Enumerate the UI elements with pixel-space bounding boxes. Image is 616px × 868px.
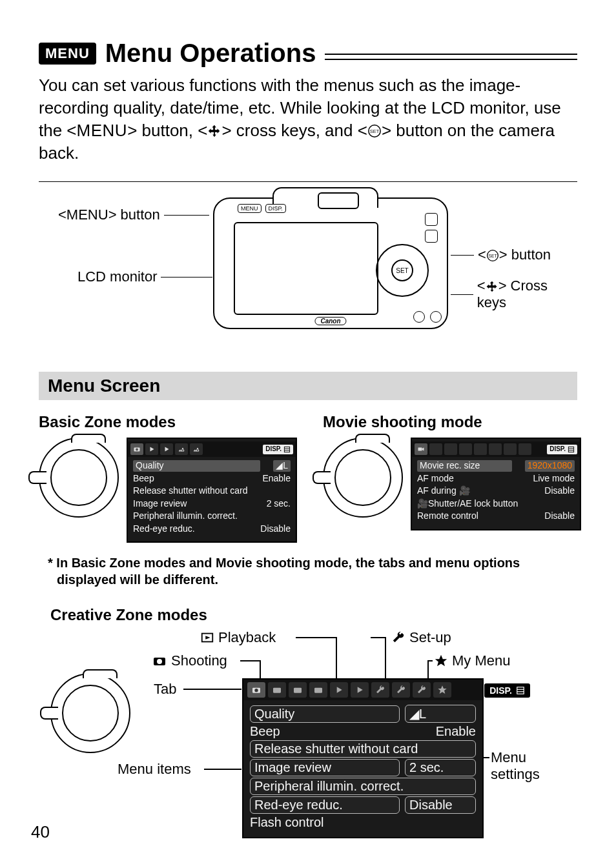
cross-keys-icon bbox=[486, 280, 498, 293]
menu-row: BeepEnable bbox=[133, 472, 291, 485]
svg-rect-8 bbox=[284, 447, 289, 452]
tab-setup2-icon bbox=[190, 443, 203, 455]
menu-row: Image review2 sec. bbox=[250, 758, 476, 777]
heading-title: Menu Operations bbox=[105, 39, 316, 68]
menu-row-key: Red-eye reduc. bbox=[250, 796, 400, 814]
tab-shooting-icon bbox=[130, 443, 143, 455]
menu-row: BeepEnable bbox=[250, 723, 476, 740]
menu-row-key: Image review bbox=[133, 498, 254, 510]
menu-row-key: Quality bbox=[133, 460, 260, 472]
menu-row-value: Disable bbox=[544, 510, 575, 522]
menu-row: Quality◢L bbox=[250, 704, 476, 723]
camera-back-outline: MENU DISP. SET Canon bbox=[213, 197, 448, 329]
svg-marker-17 bbox=[205, 636, 210, 640]
menu-row: Release shutter without card bbox=[133, 485, 291, 498]
svg-rect-25 bbox=[314, 688, 322, 693]
mode-dial-movie-icon bbox=[323, 438, 403, 518]
menu-row-key: AF during 🎥 bbox=[417, 485, 531, 497]
menu-mini-button-icon: MENU bbox=[238, 204, 262, 213]
menu-row-key: 🎥Shutter/AE lock button bbox=[417, 498, 575, 510]
callout-lcd: LCD monitor bbox=[77, 268, 212, 285]
tab-icon bbox=[474, 443, 487, 455]
top-left-buttons: MENU DISP. bbox=[238, 204, 286, 213]
menu-row: Movie rec. size1920x1080 bbox=[417, 459, 575, 472]
menu-row-value: Live mode bbox=[533, 473, 575, 485]
label-mymenu: My Menu bbox=[434, 652, 510, 669]
tab-setup-icon bbox=[175, 443, 188, 455]
menu-row-key: Beep bbox=[250, 724, 436, 739]
tab-icon bbox=[504, 443, 517, 455]
menu-row: Release shutter without card bbox=[250, 740, 476, 758]
tab-icon bbox=[489, 443, 502, 455]
set-icon: SET bbox=[367, 124, 382, 138]
svg-rect-23 bbox=[273, 688, 281, 693]
wrench-icon bbox=[391, 631, 406, 645]
menu-row: Red-eye reduc.Disable bbox=[250, 796, 476, 814]
svg-point-5 bbox=[136, 449, 138, 451]
camera-icon bbox=[152, 653, 167, 669]
tab-playback-icon bbox=[145, 443, 158, 455]
menu-row: Peripheral illumin. correct. bbox=[133, 510, 291, 523]
disp-badge-large: DISP. bbox=[484, 683, 530, 698]
tab-setup1-icon bbox=[371, 682, 389, 698]
movie-menu-screenshot: DISP. Movie rec. size1920x1080AF modeLiv… bbox=[411, 438, 581, 530]
menu-row: AF modeLive mode bbox=[417, 472, 575, 485]
tab-icon bbox=[429, 443, 442, 455]
basic-zone-column: Basic Zone modes DISP. Quality◢LBeepEnab… bbox=[39, 413, 297, 543]
menu-row-key: Image review bbox=[250, 759, 400, 776]
heading-menu-badge: MENU bbox=[39, 43, 96, 65]
tab-icon bbox=[518, 443, 531, 455]
movie-mode-column: Movie shooting mode DISP. bbox=[323, 413, 581, 543]
movie-tab-strip: DISP. bbox=[412, 441, 580, 457]
menu-row-key: Flash control bbox=[250, 815, 476, 830]
tab-setup3-icon bbox=[413, 682, 431, 698]
svg-marker-12 bbox=[422, 448, 424, 451]
menu-row-value: Disable bbox=[544, 485, 575, 497]
disp-badge: DISP. bbox=[547, 445, 577, 454]
brand-logo: Canon bbox=[314, 317, 346, 325]
tab-icon bbox=[459, 443, 472, 455]
label-setup: Set-up bbox=[391, 629, 451, 646]
svg-point-19 bbox=[157, 659, 162, 664]
movie-mode-title: Movie shooting mode bbox=[323, 413, 581, 431]
svg-rect-11 bbox=[418, 448, 422, 451]
set-icon: SET bbox=[486, 249, 499, 262]
label-menu-items: Menu items bbox=[118, 761, 191, 778]
svg-marker-20 bbox=[435, 655, 447, 666]
menu-row-key: Beep bbox=[133, 473, 249, 485]
tab-shooting1-icon bbox=[247, 682, 265, 698]
menu-row-value: 2 sec. bbox=[405, 759, 476, 776]
menu-row-key: Red-eye reduc. bbox=[133, 523, 247, 535]
menu-row-value: ◢L bbox=[273, 460, 291, 472]
svg-rect-24 bbox=[294, 688, 302, 693]
label-tab: Tab bbox=[154, 681, 176, 698]
menu-row: AF during 🎥Disable bbox=[417, 485, 575, 498]
callout-set-button: <SET> button bbox=[451, 247, 551, 263]
tab-shooting4-icon bbox=[309, 682, 327, 698]
menu-row-value: Disable bbox=[405, 796, 476, 814]
menu-row: Red-eye reduc.Disable bbox=[133, 523, 291, 536]
menu-row-value: Enable bbox=[262, 473, 291, 485]
menu-screen-heading: Menu Screen bbox=[39, 372, 577, 400]
svg-point-22 bbox=[254, 689, 258, 692]
tab-setup2-icon bbox=[392, 682, 410, 698]
svg-marker-28 bbox=[438, 686, 446, 694]
basic-tab-strip: DISP. bbox=[128, 441, 296, 457]
menu-row-key: AF mode bbox=[417, 473, 520, 485]
tab-playback2-icon bbox=[351, 682, 369, 698]
star-icon bbox=[434, 654, 448, 668]
creative-menu-screenshot: DISP. Quality◢LBeepEnableRelease shutter… bbox=[242, 678, 484, 838]
menu-row-value: 1920x1080 bbox=[525, 460, 575, 472]
menu-row-key: Peripheral illumin. correct. bbox=[250, 778, 476, 795]
mode-dial-basic-icon bbox=[39, 438, 119, 518]
tab-mymenu-icon bbox=[433, 682, 451, 698]
svg-rect-29 bbox=[517, 687, 524, 694]
menu-row-value: Disable bbox=[260, 523, 291, 535]
tab-movie-icon bbox=[415, 443, 427, 455]
menu-row-key: Remote control bbox=[417, 510, 531, 522]
label-menu-settings: Menu settings bbox=[491, 749, 577, 783]
callout-menu-button: <MENU> button bbox=[58, 207, 209, 223]
creative-zone-title: Creative Zone modes bbox=[50, 606, 207, 624]
menu-row: 🎥Shutter/AE lock button bbox=[417, 498, 575, 510]
svg-marker-27 bbox=[358, 687, 363, 693]
